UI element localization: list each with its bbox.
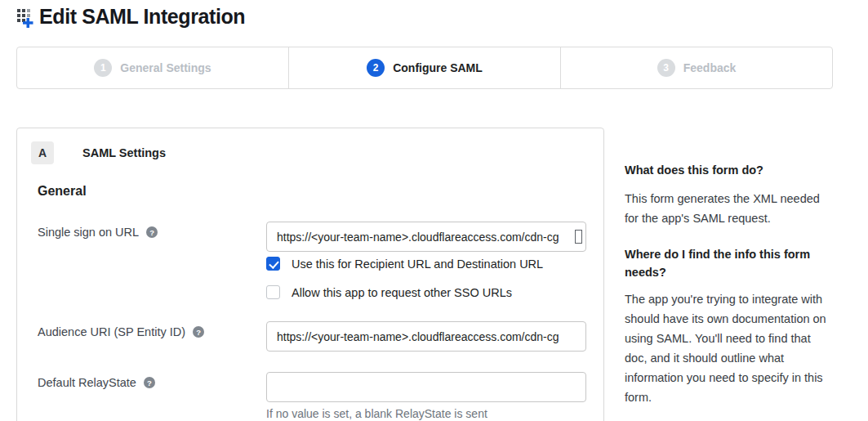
recipient-url-checkbox[interactable]: Use this for Recipient URL and Destinati… <box>266 257 543 271</box>
help-question-1: What does this form do? <box>625 161 829 179</box>
relay-state-input-wrap <box>266 372 586 402</box>
help-icon[interactable]: ? <box>193 326 204 338</box>
relay-state-hint: If no value is set, a blank RelayState i… <box>266 407 487 420</box>
help-sidebar: What does this form do? This form genera… <box>625 161 829 407</box>
audience-uri-input-wrap <box>266 321 586 352</box>
step-configure-saml[interactable]: 2 Configure SAML <box>288 47 560 88</box>
audience-uri-input[interactable] <box>266 321 586 352</box>
step-feedback[interactable]: 3 Feedback <box>560 47 832 88</box>
page-header: Edit SAML Integration <box>15 5 245 29</box>
step-number-badge: 3 <box>657 59 675 77</box>
sso-url-input[interactable] <box>266 222 586 252</box>
step-wizard: 1 General Settings 2 Configure SAML 3 Fe… <box>16 47 833 89</box>
help-icon[interactable]: ? <box>146 226 158 238</box>
section-badge-a: A <box>31 141 54 164</box>
step-number-badge: 2 <box>367 59 385 77</box>
sso-url-label-text: Single sign on URL <box>38 226 139 239</box>
relay-state-input[interactable] <box>266 372 586 402</box>
checkbox-icon[interactable] <box>266 285 280 299</box>
help-answer-1: This form generates the XML needed for t… <box>625 189 829 228</box>
step-label: Configure SAML <box>393 61 483 74</box>
checkbox-icon[interactable] <box>266 257 280 271</box>
step-general-settings[interactable]: 1 General Settings <box>17 47 288 88</box>
section-title: SAML Settings <box>82 141 166 164</box>
app-grid-add-icon <box>15 6 37 29</box>
audience-uri-label: Audience URI (SP Entity ID) ? <box>38 325 204 338</box>
relay-state-label: Default RelayState ? <box>38 376 155 389</box>
general-group-heading: General <box>38 184 87 199</box>
help-answer-2: The app you're trying to integrate with … <box>625 289 829 407</box>
step-label: Feedback <box>683 61 737 74</box>
relay-state-label-text: Default RelayState <box>38 376 136 389</box>
saml-settings-panel: A SAML Settings General Single sign on U… <box>16 128 604 421</box>
help-icon[interactable]: ? <box>144 377 155 388</box>
other-sso-urls-checkbox[interactable]: Allow this app to request other SSO URLs <box>266 285 512 299</box>
step-number-badge: 1 <box>94 59 112 77</box>
step-label: General Settings <box>120 61 211 74</box>
sso-url-label: Single sign on URL ? <box>38 226 158 239</box>
page-title: Edit SAML Integration <box>39 5 245 29</box>
checkbox-label: Use this for Recipient URL and Destinati… <box>292 258 543 271</box>
checkbox-label: Allow this app to request other SSO URLs <box>292 286 512 299</box>
audience-uri-label-text: Audience URI (SP Entity ID) <box>38 325 185 338</box>
help-question-2: Where do I find the info this form needs… <box>625 245 829 281</box>
sso-url-input-wrap <box>266 222 586 252</box>
